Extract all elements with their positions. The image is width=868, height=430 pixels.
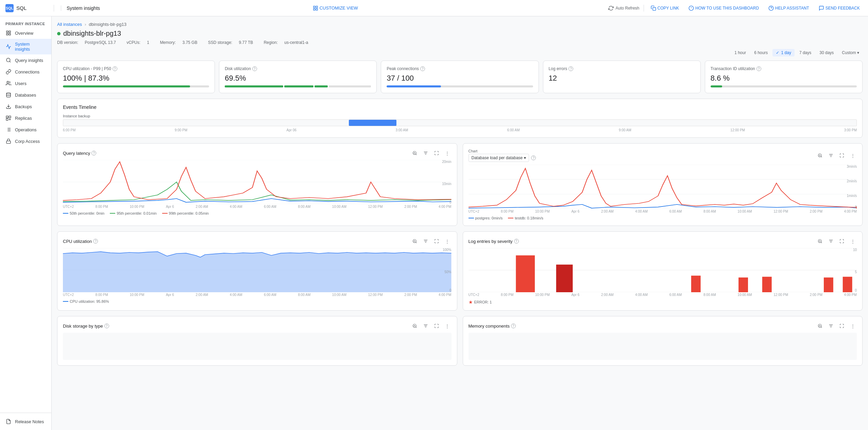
testdb-line (508, 218, 513, 218)
sidebar-item-corp-access[interactable]: Corp Access (0, 135, 51, 147)
query-insights-icon (5, 57, 12, 63)
metric-label-connections: Peak connections ? (387, 66, 533, 71)
log-severity-zoom[interactable] (816, 237, 824, 245)
cpu-util-expand[interactable] (432, 237, 441, 245)
instance-meta: DB version: PostgreSQL 13.7 vCPUs: 1 Mem… (57, 40, 863, 45)
db-load-filter[interactable] (827, 151, 835, 160)
svg-rect-0 (313, 6, 315, 8)
sidebar-item-label: Users (15, 81, 27, 86)
auto-refresh-button[interactable]: Auto Refresh (608, 5, 640, 11)
assistant-icon (768, 5, 774, 11)
svg-rect-21 (6, 118, 8, 120)
metric-value-connections: 37 / 100 (387, 74, 533, 83)
db-load-zoom[interactable] (816, 151, 824, 160)
query-latency-filter[interactable] (422, 149, 430, 157)
customize-view-button[interactable]: CUSTOMIZE VIEW (313, 5, 358, 11)
disk-storage-expand[interactable] (432, 322, 441, 330)
query-latency-card: Query latency ? ⋮ 20min (57, 143, 457, 226)
metric-card-transaction-id: Transaction ID utilization ? 8.6 % (705, 61, 863, 93)
query-latency-help[interactable]: ? (91, 151, 96, 155)
send-feedback-button[interactable]: SEND FEEDBACK (816, 4, 863, 12)
copy-link-button[interactable]: COPY LINK (648, 4, 682, 12)
time-btn-6hours[interactable]: 6 hours (751, 49, 771, 56)
svg-rect-10 (6, 31, 8, 33)
disk-storage-help[interactable]: ? (104, 324, 109, 328)
send-feedback-label: SEND FEEDBACK (826, 6, 860, 11)
query-latency-zoom[interactable] (411, 149, 419, 157)
testdb-label: testdb: 0.18min/s (515, 216, 543, 220)
ql-y-bot: 0 (449, 200, 452, 204)
sidebar-item-users[interactable]: Users (0, 78, 51, 89)
help-assistant-button[interactable]: HELP ASSISTANT (766, 4, 812, 12)
log-errors-help-icon[interactable]: ? (568, 66, 573, 71)
db-load-help[interactable]: ? (531, 155, 536, 160)
transaction-help-icon[interactable]: ? (756, 66, 761, 71)
memory-expand[interactable] (838, 322, 846, 330)
cpu-util-help[interactable]: ? (93, 239, 98, 244)
system-insights-icon (5, 44, 12, 50)
sidebar-item-databases[interactable]: Databases (0, 89, 51, 101)
sidebar-item-operations[interactable]: Operations (0, 124, 51, 135)
time-btn-7days[interactable]: 7 days (796, 49, 815, 56)
log-severity-svg (469, 248, 857, 292)
disk-storage-filter[interactable] (422, 322, 430, 330)
log-severity-filter[interactable] (827, 237, 835, 245)
metric-card-disk: Disk utilization ? 69.5% (219, 61, 377, 93)
time-btn-custom[interactable]: Custom ▾ (838, 49, 863, 56)
sidebar-item-label: Operations (15, 127, 37, 132)
sidebar-item-replicas[interactable]: Replicas (0, 112, 51, 124)
cpu-util-more[interactable]: ⋮ (443, 237, 452, 245)
connections-bar (387, 85, 441, 87)
sidebar-item-system-insights[interactable]: System insights (0, 39, 51, 54)
sidebar-item-backups[interactable]: Backups (0, 101, 51, 112)
topbar-divider (54, 5, 54, 12)
metric-label-cpu: CPU utilization - P99 | P50 ? (63, 66, 209, 71)
time-btn-30days[interactable]: 30 days (816, 49, 837, 56)
bottom-charts-row: Disk storage by type ? ⋮ (57, 316, 863, 366)
log-severity-help[interactable]: ? (514, 239, 519, 244)
instance-status-indicator (57, 32, 61, 35)
breadcrumb-parent[interactable]: All instances (57, 22, 82, 27)
time-btn-1hour[interactable]: 1 hour (731, 49, 749, 56)
db-y-mid1: 2min/s (847, 179, 857, 183)
sidebar-item-label: Connections (15, 69, 39, 75)
query-latency-expand[interactable] (432, 149, 441, 157)
time-btn-1day[interactable]: ✓ 1 day (772, 49, 795, 56)
log-severity-expand[interactable] (838, 237, 846, 245)
db-load-more[interactable]: ⋮ (849, 151, 857, 160)
disk-storage-more[interactable]: ⋮ (443, 322, 452, 330)
log-severity-more[interactable]: ⋮ (849, 237, 857, 245)
disk-bar-seg1 (225, 85, 283, 87)
memory-filter[interactable] (827, 322, 835, 330)
db-load-title-area: Chart Database load per database ▾ ? (469, 149, 536, 162)
cpu-y-top: 100% (443, 248, 452, 252)
disk-storage-chart-placeholder (63, 333, 452, 360)
disk-storage-zoom[interactable] (411, 322, 419, 330)
svg-line-82 (415, 327, 416, 328)
cpu-util-filter[interactable] (422, 237, 430, 245)
disk-help-icon[interactable]: ? (252, 66, 257, 71)
sidebar-item-release-notes[interactable]: Release Notes (0, 416, 51, 427)
query-latency-more[interactable]: ⋮ (443, 149, 452, 157)
query-latency-header: Query latency ? ⋮ (63, 149, 452, 157)
sidebar-item-overview[interactable]: Overview (0, 27, 51, 39)
how-to-use-button[interactable]: HOW TO USE THIS DASHBOARD (686, 4, 762, 12)
cpu-util-zoom[interactable] (411, 237, 419, 245)
db-load-expand[interactable] (838, 151, 846, 160)
memory-components-help[interactable]: ? (511, 324, 516, 328)
svg-marker-63 (63, 252, 452, 292)
svg-rect-12 (6, 33, 8, 35)
memory-value: 3.75 GB (182, 40, 197, 45)
sidebar: PRIMARY INSTANCE Overview System insight… (0, 16, 52, 430)
time-range-selector: 1 hour 6 hours ✓ 1 day 7 days 30 days Cu… (57, 49, 863, 56)
memory-zoom[interactable] (816, 322, 824, 330)
breadcrumb: All instances › dbinsights-blr-pg13 (57, 22, 863, 27)
sidebar-item-query-insights[interactable]: Query insights (0, 54, 51, 66)
legend-error: ★ ERROR: 1 (469, 299, 492, 305)
connections-help-icon[interactable]: ? (420, 66, 425, 71)
cpu-help-icon[interactable]: ? (113, 66, 117, 71)
sidebar-item-connections[interactable]: Connections (0, 66, 51, 78)
app-logo: SQL SQL (5, 4, 50, 12)
db-load-dropdown[interactable]: Database load per database ▾ (469, 154, 529, 162)
memory-more[interactable]: ⋮ (849, 322, 857, 330)
